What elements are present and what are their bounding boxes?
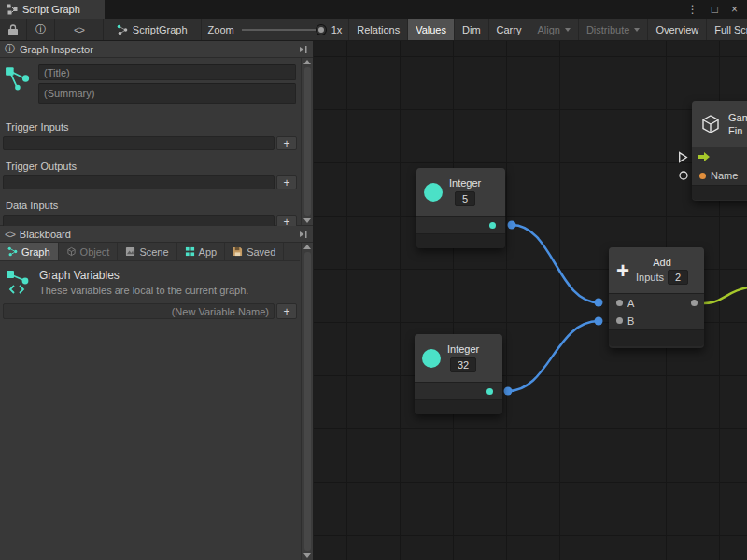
unity-window: Script Graph ⋮ □ × ⓘ <>	[0, 0, 747, 560]
integer-value-field[interactable]: 5	[455, 191, 475, 206]
blackboard-panel: <> Blackboard	[0, 226, 313, 560]
blackboard-toggle-button[interactable]: <>	[55, 19, 104, 40]
node-integer-5[interactable]: Integer 5	[416, 168, 505, 248]
wire-endpoint[interactable]	[595, 317, 603, 326]
scroll-up-icon[interactable]	[303, 245, 311, 249]
integer-type-icon	[424, 183, 443, 202]
graph-tab-icon	[7, 246, 18, 257]
inspector-scrollbar[interactable]	[301, 58, 313, 225]
window-maximize-icon[interactable]: □	[712, 3, 718, 16]
values-button[interactable]: Values	[408, 19, 455, 40]
overview-button[interactable]: Overview	[648, 19, 707, 40]
node-add[interactable]: + Add Inputs 2 A B	[609, 247, 704, 348]
tab-app-label: App	[199, 246, 218, 258]
node-port-strip	[415, 383, 502, 399]
scroll-down-icon[interactable]	[303, 553, 311, 558]
node-gameobject-find[interactable]: Gam Fin Name	[692, 101, 747, 201]
add-trigger-output-button[interactable]: +	[276, 175, 297, 189]
distribute-label: Distribute	[586, 24, 629, 35]
integer-value-field[interactable]: 32	[450, 357, 476, 372]
inspector-toggle-button[interactable]: ⓘ	[27, 19, 55, 40]
input-port-a[interactable]	[616, 300, 623, 306]
inputs-count-field[interactable]: 2	[668, 270, 688, 285]
node-title: Integer	[449, 177, 481, 189]
integer-output-port[interactable]	[486, 388, 493, 395]
output-port[interactable]	[691, 300, 698, 306]
graph-canvas[interactable]: Integer 5 Integer 32	[314, 41, 747, 560]
relations-label: Relations	[357, 24, 400, 35]
dock-icon[interactable]	[299, 45, 308, 54]
wire-endpoint[interactable]	[508, 221, 516, 230]
graph-summary-input[interactable]	[38, 83, 296, 104]
values-label: Values	[416, 24, 446, 35]
zoom-slider[interactable]	[242, 29, 324, 31]
wire-add-output[interactable]	[704, 287, 747, 303]
wire-integer5-to-add-a[interactable]	[512, 225, 599, 302]
node-footer	[692, 185, 747, 200]
lock-button[interactable]	[0, 19, 27, 40]
value-input-port[interactable]	[678, 170, 689, 181]
zoom-control: Zoom 1x	[202, 19, 349, 40]
tab-object[interactable]: Object	[59, 243, 119, 260]
window-close-icon[interactable]: ×	[731, 3, 738, 16]
tab-graph[interactable]: Graph	[0, 243, 59, 260]
graph-title-input[interactable]	[38, 64, 296, 80]
wire-endpoint[interactable]	[504, 387, 513, 396]
add-trigger-input-button[interactable]: +	[276, 136, 297, 150]
tab-script-graph[interactable]: Script Graph	[0, 0, 105, 19]
node-header[interactable]: Integer 32	[415, 334, 502, 383]
data-inputs-section: Data Inputs +	[3, 198, 297, 229]
zoom-value: 1x	[331, 24, 343, 35]
node-header[interactable]: + Add Inputs 2	[609, 247, 704, 294]
node-title: Add	[653, 257, 671, 268]
graph-variables-title: Graph Variables	[39, 269, 248, 282]
name-port-dot[interactable]	[699, 173, 706, 179]
zoom-slider-handle[interactable]	[317, 25, 326, 35]
cube-icon	[699, 113, 722, 135]
node-title: Integer	[447, 343, 479, 355]
port-b-label: B	[627, 315, 634, 327]
distribute-button[interactable]: Distribute	[579, 19, 648, 40]
new-variable-input[interactable]	[3, 303, 275, 319]
graph-inspector-title: Graph Inspector	[20, 44, 93, 55]
tab-scene[interactable]: Scene	[118, 243, 176, 260]
sidebar: ⓘ Graph Inspector	[0, 41, 314, 560]
wire-endpoint[interactable]	[595, 299, 603, 307]
scroll-up-icon[interactable]	[303, 60, 311, 64]
code-icon: <>	[74, 24, 84, 35]
flow-input-port[interactable]	[678, 151, 688, 163]
dock-icon[interactable]	[299, 230, 308, 239]
overview-label: Overview	[655, 24, 698, 35]
toolbar: ⓘ <> ScriptGraph Zoom 1x Relations Value…	[0, 19, 747, 41]
carry-button[interactable]: Carry	[489, 19, 530, 40]
tab-saved[interactable]: Saved	[225, 243, 284, 260]
blackboard-scrollbar[interactable]	[301, 243, 313, 560]
code-icon: <>	[5, 229, 15, 240]
input-port-b[interactable]	[616, 317, 623, 324]
relations-button[interactable]: Relations	[348, 19, 408, 40]
app-grid-icon	[185, 246, 195, 257]
node-header[interactable]: Integer 5	[416, 168, 505, 217]
name-port-row: Name	[692, 166, 747, 185]
dim-label: Dim	[462, 24, 481, 35]
tab-graph-label: Graph	[21, 246, 50, 258]
trigger-inputs-section: Trigger Inputs +	[3, 119, 297, 150]
scroll-thumb[interactable]	[304, 67, 311, 216]
wire-integer32-to-add-b[interactable]	[508, 321, 599, 391]
dim-button[interactable]: Dim	[455, 19, 489, 40]
node-port-strip	[416, 217, 505, 233]
add-variable-button[interactable]: +	[276, 303, 297, 319]
node-header[interactable]: Gam Fin	[692, 101, 747, 147]
node-integer-32[interactable]: Integer 32	[415, 334, 502, 414]
graph-selector[interactable]: ScriptGraph	[104, 19, 202, 40]
tab-app[interactable]: App	[177, 243, 226, 260]
scroll-thumb[interactable]	[304, 252, 311, 551]
align-button[interactable]: Align	[529, 19, 578, 40]
graph-variables-icon	[6, 269, 32, 295]
integer-output-port[interactable]	[489, 222, 496, 229]
window-menu-icon[interactable]: ⋮	[687, 3, 698, 16]
fullscreen-button[interactable]: Full Screen	[707, 19, 747, 40]
port-row-b: B	[609, 312, 704, 329]
scroll-down-icon[interactable]	[303, 218, 311, 223]
flow-arrow-icon[interactable]	[698, 151, 711, 162]
